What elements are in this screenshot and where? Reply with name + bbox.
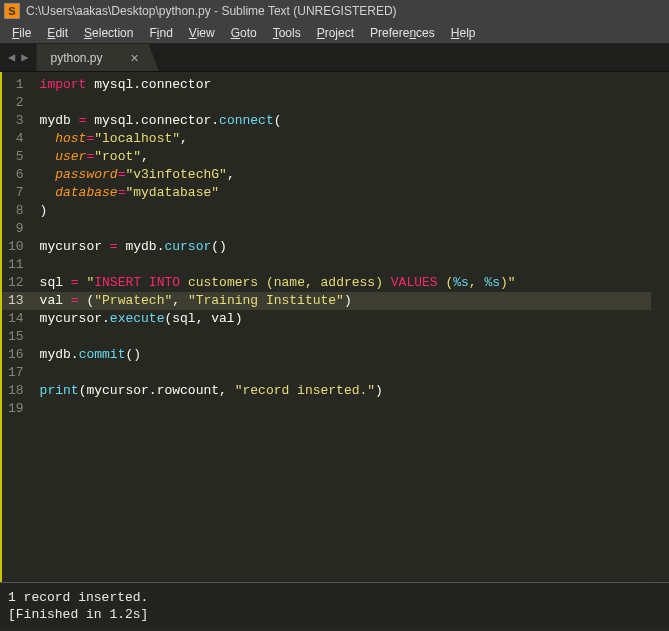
app-icon: S	[4, 3, 20, 19]
titlebar: S C:\Users\aakas\Desktop\python.py - Sub…	[0, 0, 669, 22]
build-output: 1 record inserted. [Finished in 1.2s]	[0, 582, 669, 629]
tab-nav: ◀ ▶	[0, 44, 36, 71]
gutter: 12345678910111213141516171819	[2, 72, 32, 582]
menu-project[interactable]: Project	[309, 24, 362, 42]
tab-close-icon[interactable]: ×	[131, 50, 145, 66]
minimap[interactable]	[651, 72, 669, 582]
menu-preferences[interactable]: Preferences	[362, 24, 443, 42]
tab-nav-forward[interactable]: ▶	[19, 50, 30, 65]
tab-label: python.py	[50, 51, 102, 65]
menu-help[interactable]: Help	[443, 24, 484, 42]
menu-tools[interactable]: Tools	[265, 24, 309, 42]
console-line: 1 record inserted.	[8, 589, 661, 606]
menu-view[interactable]: View	[181, 24, 223, 42]
window-title: C:\Users\aakas\Desktop\python.py - Subli…	[26, 4, 397, 18]
tabbar: ◀ ▶ python.py ×	[0, 44, 669, 72]
tab-nav-back[interactable]: ◀	[6, 50, 17, 65]
menu-selection[interactable]: Selection	[76, 24, 141, 42]
menu-edit[interactable]: Edit	[39, 24, 76, 42]
console-line: [Finished in 1.2s]	[8, 606, 661, 623]
tab-python-py[interactable]: python.py ×	[36, 44, 158, 71]
code-area[interactable]: import mysql.connector mydb = mysql.conn…	[32, 72, 651, 582]
menu-file[interactable]: File	[4, 24, 39, 42]
menu-find[interactable]: Find	[141, 24, 180, 42]
editor[interactable]: 12345678910111213141516171819 import mys…	[0, 72, 669, 582]
menubar: File Edit Selection Find View Goto Tools…	[0, 22, 669, 44]
menu-goto[interactable]: Goto	[223, 24, 265, 42]
